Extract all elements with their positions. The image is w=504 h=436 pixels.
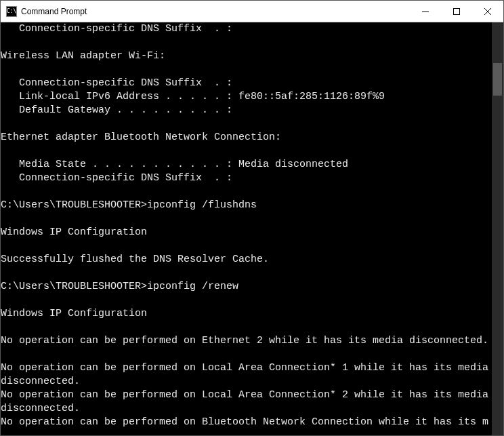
- console-area: Connection-specific DNS Suffix . : Wirel…: [1, 22, 503, 435]
- cmd-icon: C:\: [6, 6, 17, 17]
- maximize-button[interactable]: [441, 1, 472, 22]
- svg-rect-1: [454, 8, 460, 14]
- console-output[interactable]: Connection-specific DNS Suffix . : Wirel…: [1, 22, 492, 435]
- minimize-button[interactable]: [410, 1, 441, 22]
- window-title: Command Prompt: [21, 7, 87, 16]
- scrollbar-track[interactable]: [492, 22, 503, 435]
- scrollbar-thumb[interactable]: [493, 63, 502, 96]
- titlebar: C:\ Command Prompt: [1, 1, 503, 22]
- close-button[interactable]: [472, 1, 503, 22]
